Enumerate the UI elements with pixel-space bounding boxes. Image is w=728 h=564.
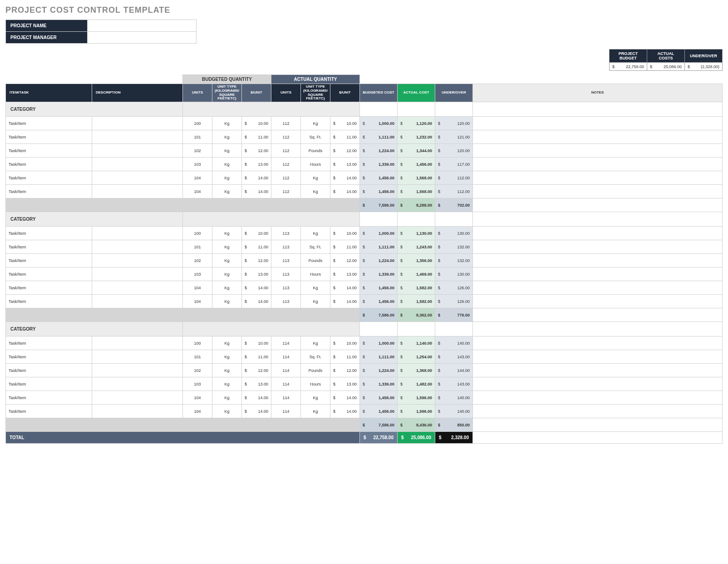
desc-cell[interactable] — [92, 350, 183, 364]
item-cell[interactable]: Task/Item — [6, 254, 92, 267]
b-punit-cell[interactable]: $12.00 — [242, 254, 271, 267]
item-cell[interactable]: Task/Item — [6, 336, 92, 350]
notes-cell[interactable] — [473, 295, 723, 308]
b-punit-cell[interactable]: $12.00 — [242, 144, 271, 158]
item-cell[interactable]: Task/Item — [6, 364, 92, 377]
desc-cell[interactable] — [92, 240, 183, 254]
b-punit-cell[interactable]: $14.00 — [242, 405, 271, 418]
item-cell[interactable]: Task/Item — [6, 185, 92, 198]
b-utype-cell[interactable]: Kg — [212, 130, 242, 144]
a-utype-cell[interactable]: Hours — [301, 267, 330, 281]
a-units-cell[interactable]: 113 — [271, 281, 301, 295]
b-units-cell[interactable]: 104 — [183, 171, 212, 185]
a-punit-cell[interactable]: $10.00 — [330, 227, 360, 240]
b-units-cell[interactable]: 104 — [183, 281, 212, 295]
b-units-cell[interactable]: 100 — [183, 117, 212, 130]
desc-cell[interactable] — [92, 254, 183, 267]
a-units-cell[interactable]: 112 — [271, 171, 301, 185]
b-utype-cell[interactable]: Kg — [212, 405, 242, 418]
a-utype-cell[interactable]: Kg — [301, 295, 330, 308]
notes-cell[interactable] — [473, 267, 723, 281]
a-punit-cell[interactable]: $10.00 — [330, 117, 360, 130]
a-utype-cell[interactable]: Sq. Ft. — [301, 130, 330, 144]
a-punit-cell[interactable]: $14.00 — [330, 295, 360, 308]
desc-cell[interactable] — [92, 117, 183, 130]
desc-cell[interactable] — [92, 130, 183, 144]
project-name-value[interactable] — [88, 20, 197, 32]
b-utype-cell[interactable]: Kg — [212, 185, 242, 198]
b-punit-cell[interactable]: $13.00 — [242, 377, 271, 391]
a-units-cell[interactable]: 114 — [271, 336, 301, 350]
a-utype-cell[interactable]: Kg — [301, 227, 330, 240]
a-units-cell[interactable]: 113 — [271, 254, 301, 267]
item-cell[interactable]: Task/Item — [6, 267, 92, 281]
a-utype-cell[interactable]: Sq. Ft. — [301, 350, 330, 364]
a-utype-cell[interactable]: Kg — [301, 336, 330, 350]
b-units-cell[interactable]: 100 — [183, 336, 212, 350]
project-manager-value[interactable] — [88, 32, 197, 44]
item-cell[interactable]: Task/Item — [6, 377, 92, 391]
notes-cell[interactable] — [473, 130, 723, 144]
b-utype-cell[interactable]: Kg — [212, 144, 242, 158]
notes-cell[interactable] — [473, 185, 723, 198]
b-units-cell[interactable]: 104 — [183, 295, 212, 308]
b-punit-cell[interactable]: $12.00 — [242, 364, 271, 377]
a-punit-cell[interactable]: $14.00 — [330, 391, 360, 405]
a-units-cell[interactable]: 113 — [271, 240, 301, 254]
b-punit-cell[interactable]: $10.00 — [242, 227, 271, 240]
b-punit-cell[interactable]: $14.00 — [242, 391, 271, 405]
a-units-cell[interactable]: 114 — [271, 350, 301, 364]
notes-cell[interactable] — [473, 144, 723, 158]
desc-cell[interactable] — [92, 281, 183, 295]
b-utype-cell[interactable]: Kg — [212, 227, 242, 240]
notes-cell[interactable] — [473, 364, 723, 377]
notes-cell[interactable] — [473, 405, 723, 418]
a-units-cell[interactable]: 114 — [271, 377, 301, 391]
b-units-cell[interactable]: 103 — [183, 377, 212, 391]
b-punit-cell[interactable]: $11.00 — [242, 350, 271, 364]
a-utype-cell[interactable]: Pounds — [301, 364, 330, 377]
a-units-cell[interactable]: 113 — [271, 295, 301, 308]
a-punit-cell[interactable]: $14.00 — [330, 185, 360, 198]
b-utype-cell[interactable]: Kg — [212, 240, 242, 254]
a-units-cell[interactable]: 113 — [271, 267, 301, 281]
a-punit-cell[interactable]: $12.00 — [330, 144, 360, 158]
desc-cell[interactable] — [92, 364, 183, 377]
item-cell[interactable]: Task/Item — [6, 227, 92, 240]
a-punit-cell[interactable]: $11.00 — [330, 240, 360, 254]
b-punit-cell[interactable]: $14.00 — [242, 281, 271, 295]
item-cell[interactable]: Task/Item — [6, 144, 92, 158]
b-units-cell[interactable]: 104 — [183, 391, 212, 405]
b-units-cell[interactable]: 104 — [183, 405, 212, 418]
a-units-cell[interactable]: 113 — [271, 227, 301, 240]
desc-cell[interactable] — [92, 391, 183, 405]
a-units-cell[interactable]: 112 — [271, 144, 301, 158]
a-punit-cell[interactable]: $11.00 — [330, 350, 360, 364]
notes-cell[interactable] — [473, 377, 723, 391]
b-utype-cell[interactable]: Kg — [212, 364, 242, 377]
a-utype-cell[interactable]: Kg — [301, 185, 330, 198]
b-units-cell[interactable]: 101 — [183, 130, 212, 144]
a-utype-cell[interactable]: Hours — [301, 158, 330, 171]
b-units-cell[interactable]: 101 — [183, 240, 212, 254]
a-units-cell[interactable]: 114 — [271, 391, 301, 405]
a-utype-cell[interactable]: Kg — [301, 405, 330, 418]
notes-cell[interactable] — [473, 171, 723, 185]
a-punit-cell[interactable]: $12.00 — [330, 254, 360, 267]
b-utype-cell[interactable]: Kg — [212, 117, 242, 130]
notes-cell[interactable] — [473, 254, 723, 267]
notes-cell[interactable] — [473, 350, 723, 364]
item-cell[interactable]: Task/Item — [6, 350, 92, 364]
a-utype-cell[interactable]: Kg — [301, 117, 330, 130]
item-cell[interactable]: Task/Item — [6, 158, 92, 171]
desc-cell[interactable] — [92, 336, 183, 350]
a-punit-cell[interactable]: $14.00 — [330, 281, 360, 295]
a-units-cell[interactable]: 112 — [271, 158, 301, 171]
item-cell[interactable]: Task/Item — [6, 295, 92, 308]
notes-cell[interactable] — [473, 158, 723, 171]
b-units-cell[interactable]: 102 — [183, 364, 212, 377]
a-utype-cell[interactable]: Kg — [301, 281, 330, 295]
notes-cell[interactable] — [473, 391, 723, 405]
a-utype-cell[interactable]: Kg — [301, 171, 330, 185]
a-utype-cell[interactable]: Kg — [301, 391, 330, 405]
